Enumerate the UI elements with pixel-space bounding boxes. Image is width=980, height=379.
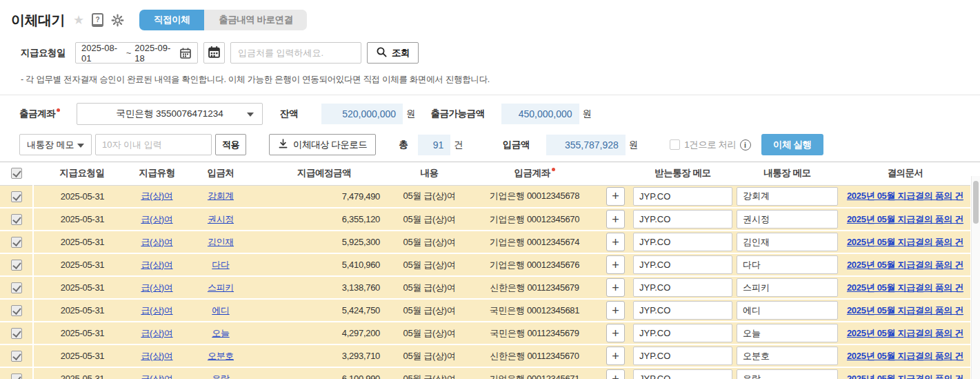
request-date-label: 지급요청일	[21, 47, 66, 59]
approval-doc-link[interactable]: 2025년 05월 지급결의 품의 건	[847, 373, 963, 379]
approval-doc-link[interactable]: 2025년 05월 지급결의 품의 건	[847, 328, 963, 338]
approval-doc-link[interactable]: 2025년 05월 지급결의 품의 건	[847, 282, 963, 293]
payment-type-link[interactable]: 급(상)여	[141, 328, 172, 338]
search-button[interactable]: 조회	[367, 42, 419, 64]
payee-link[interactable]: 강회계	[208, 191, 234, 201]
payment-type-link[interactable]: 급(상)여	[141, 214, 172, 224]
add-account-button[interactable]: +	[606, 255, 625, 274]
cell-amount: 3,138,760	[259, 276, 390, 299]
tab-direct-transfer[interactable]: 직접이체	[139, 10, 204, 30]
row-checkbox[interactable]	[11, 351, 22, 362]
add-account-button[interactable]: +	[606, 324, 625, 342]
memo-input[interactable]	[95, 134, 212, 155]
my-memo-input[interactable]	[737, 347, 838, 365]
favorite-star-icon[interactable]: ★	[73, 14, 84, 26]
single-process-option[interactable]: 1건으로 처리 i	[670, 139, 750, 151]
receiver-memo-input[interactable]	[633, 278, 732, 297]
payee-search-input[interactable]	[230, 42, 361, 64]
payee-link[interactable]: 스피키	[208, 282, 234, 293]
info-icon[interactable]: i	[740, 139, 751, 150]
vertical-scrollbar[interactable]	[971, 176, 980, 379]
my-memo-input[interactable]	[737, 369, 838, 379]
payee-link[interactable]: 에디	[212, 305, 229, 315]
row-checkbox[interactable]	[11, 191, 22, 202]
toolbar-row: 내통장 메모 적용 이체대상 다운로드 총 91 건 입금액 355,787,9…	[19, 133, 980, 156]
payee-link[interactable]: 오분호	[208, 351, 234, 361]
cell-my-memo	[734, 299, 840, 322]
help-manual-icon[interactable]: ?	[92, 13, 103, 27]
approval-doc-link[interactable]: 2025년 05월 지급결의 품의 건	[847, 305, 963, 315]
approval-doc-link[interactable]: 2025년 05월 지급결의 품의 건	[847, 237, 963, 247]
gear-icon[interactable]	[111, 14, 124, 27]
my-memo-input[interactable]	[737, 278, 838, 297]
tab-withdrawal-link[interactable]: 출금내역 바로연결	[204, 10, 307, 30]
account-row: 출금계좌 국민은행 3550076471234 잔액 520,000,000 원…	[0, 95, 980, 128]
approval-doc-link[interactable]: 2025년 05월 지급결의 품의 건	[847, 191, 963, 201]
payment-type-link[interactable]: 급(상)여	[141, 305, 172, 315]
payee-link[interactable]: 우람	[212, 373, 229, 379]
receiver-memo-input[interactable]	[633, 210, 732, 229]
row-checkbox[interactable]	[11, 237, 22, 248]
my-memo-input[interactable]	[737, 301, 838, 320]
calendar-picker-button[interactable]	[203, 42, 225, 64]
add-account-button[interactable]: +	[606, 301, 625, 320]
payee-link[interactable]: 다다	[212, 260, 229, 270]
apply-button[interactable]: 적용	[215, 134, 246, 155]
memo-type-select[interactable]: 내통장 메모	[19, 134, 92, 155]
row-checkbox[interactable]	[11, 282, 22, 293]
receiver-memo-input[interactable]	[633, 324, 732, 342]
my-memo-input[interactable]	[737, 255, 838, 274]
receiver-memo-input[interactable]	[633, 187, 732, 206]
cell-checkbox	[0, 344, 33, 367]
add-account-button[interactable]: +	[606, 278, 625, 297]
row-checkbox[interactable]	[11, 305, 22, 316]
payment-type-link[interactable]: 급(상)여	[141, 260, 172, 270]
page-title: 이체대기	[11, 11, 65, 30]
row-checkbox[interactable]	[11, 328, 22, 339]
receiver-memo-input[interactable]	[633, 347, 732, 365]
add-account-button[interactable]: +	[606, 369, 625, 379]
execute-transfer-button[interactable]: 이체 실행	[761, 134, 823, 155]
receiver-memo-input[interactable]	[633, 369, 732, 379]
search-button-label: 조회	[392, 47, 410, 59]
header-request-date: 지급요청일	[33, 162, 131, 185]
my-memo-input[interactable]	[737, 187, 838, 206]
download-button[interactable]: 이체대상 다운로드	[269, 134, 376, 155]
my-memo-input[interactable]	[737, 233, 838, 251]
payment-type-link[interactable]: 급(상)여	[141, 282, 172, 293]
cell-request-date: 2025-05-31	[33, 208, 131, 231]
payee-link[interactable]: 김인재	[208, 237, 234, 247]
add-account-button[interactable]: +	[606, 233, 625, 251]
row-checkbox[interactable]	[11, 373, 22, 379]
payee-link[interactable]: 오늘	[212, 328, 229, 338]
approval-doc-link[interactable]: 2025년 05월 지급결의 품의 건	[847, 260, 963, 270]
payment-type-link[interactable]: 급(상)여	[141, 373, 172, 379]
row-checkbox[interactable]	[11, 260, 22, 271]
select-all-checkbox[interactable]	[11, 168, 22, 179]
approval-doc-link[interactable]: 2025년 05월 지급결의 품의 건	[847, 214, 963, 224]
payment-type-link[interactable]: 급(상)여	[141, 237, 172, 247]
payee-link[interactable]: 권시정	[208, 214, 234, 224]
date-range-input[interactable]: 2025-08-01 ~ 2025-09-18	[75, 42, 198, 64]
my-memo-input[interactable]	[737, 210, 838, 229]
table-row: 2025-05-31 급(상)여 권시정 6,355,120 05월 급(상)여…	[0, 208, 970, 231]
receiver-memo-input[interactable]	[633, 255, 732, 274]
calendar-icon[interactable]	[179, 47, 192, 59]
add-account-button[interactable]: +	[606, 347, 625, 365]
receiver-memo-input[interactable]	[633, 233, 732, 251]
single-process-checkbox[interactable]	[670, 139, 680, 150]
row-checkbox[interactable]	[11, 214, 22, 225]
cell-payment-type: 급(상)여	[131, 367, 183, 379]
cell-checkbox	[0, 231, 33, 253]
approval-doc-link[interactable]: 2025년 05월 지급결의 품의 건	[847, 351, 963, 361]
my-memo-input[interactable]	[737, 324, 838, 342]
payment-type-link[interactable]: 급(상)여	[141, 351, 172, 361]
scrollbar-thumb[interactable]	[973, 181, 979, 224]
receiver-memo-input[interactable]	[633, 301, 732, 320]
add-account-button[interactable]: +	[606, 210, 625, 229]
deposit-amount-value: 355,787,928	[546, 135, 626, 155]
add-account-button[interactable]: +	[606, 187, 625, 206]
payment-type-link[interactable]: 급(상)여	[141, 191, 172, 201]
cell-payee: 김인재	[183, 231, 259, 253]
withdraw-account-select[interactable]: 국민은행 3550076471234	[77, 103, 263, 125]
